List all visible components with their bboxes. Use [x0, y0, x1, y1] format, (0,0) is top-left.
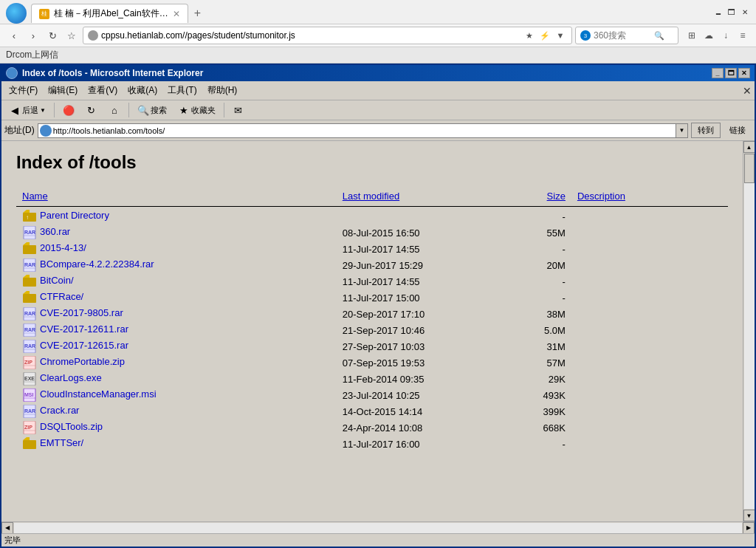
file-link[interactable]: Crack.rar: [40, 405, 79, 416]
ie-hscroll-left-button[interactable]: ◀: [1, 522, 13, 534]
table-row: RARCVE-2017-9805.rar20-Sep-2017 17:1038M: [16, 306, 728, 322]
svg-text:MSI: MSI: [24, 392, 34, 397]
file-desc-cell: [571, 257, 728, 273]
ie-close-button[interactable]: ✕: [738, 68, 750, 78]
col-desc-header[interactable]: Description: [571, 188, 728, 205]
col-modified-header[interactable]: Last modified: [337, 188, 515, 205]
ie-home-button[interactable]: ⌂: [104, 102, 125, 118]
ie-scroll-up-button[interactable]: ▲: [743, 141, 755, 153]
ie-refresh-button[interactable]: ↻: [81, 102, 102, 118]
file-size-cell: -: [515, 241, 571, 257]
ie-menu-file[interactable]: 文件(F): [4, 83, 42, 98]
ie-address-label: 地址(D): [4, 124, 35, 137]
svg-rect-39: [23, 440, 36, 449]
maximize-button[interactable]: 🗖: [726, 7, 737, 17]
file-link[interactable]: DSQLTools.zip: [40, 421, 103, 432]
shield-icon[interactable]: ⚡: [538, 29, 551, 42]
file-link[interactable]: BitCoin/: [40, 275, 74, 286]
ie-favorites-button[interactable]: ★ 收藏夹: [173, 102, 220, 118]
svg-text:RAR: RAR: [24, 311, 35, 316]
back-button[interactable]: ‹: [6, 27, 22, 44]
file-link[interactable]: CVE-2017-9805.rar: [40, 307, 123, 318]
svg-rect-6: [23, 245, 36, 254]
file-link[interactable]: 2015-4-13/: [40, 242, 86, 253]
file-name-cell: EXEClearLogs.exe: [16, 371, 337, 387]
ie-search-button[interactable]: 🔍 搜索: [133, 102, 171, 118]
file-desc-cell: [571, 208, 728, 225]
ie-globe-icon: [40, 125, 52, 137]
file-link[interactable]: CTFRace/: [40, 291, 83, 302]
bookmark-star-icon[interactable]: ★: [523, 29, 536, 42]
ie-mail-button[interactable]: ✉: [228, 102, 249, 118]
download-icon[interactable]: ↓: [718, 28, 733, 43]
ie-address-input[interactable]: [53, 126, 676, 135]
minimize-button[interactable]: 🗕: [713, 7, 724, 17]
file-link[interactable]: 360.rar: [40, 226, 70, 237]
svg-marker-14: [23, 291, 30, 294]
ie-scroll-down-button[interactable]: ▼: [743, 510, 755, 521]
ie-menu-view[interactable]: 查看(V): [83, 83, 122, 98]
file-link[interactable]: ClearLogs.exe: [40, 372, 102, 383]
ie-vertical-scrollbar[interactable]: ▲ ▼: [743, 141, 755, 521]
search-input[interactable]: [594, 30, 653, 41]
table-row: ↑Parent Directory-: [16, 208, 728, 225]
file-desc-cell: [571, 338, 728, 355]
ie-back-label: 后退: [22, 105, 38, 116]
file-icon: RAR: [22, 226, 37, 239]
file-name-cell: RARCVE-2017-12615.rar: [16, 338, 337, 355]
file-link[interactable]: CloudInstanceManager.msi: [40, 388, 157, 400]
file-size-cell: 20M: [515, 257, 571, 273]
file-icon: RAR: [22, 340, 37, 353]
ie-address-input-wrap[interactable]: ▼: [38, 123, 688, 138]
menu-icon[interactable]: ≡: [735, 28, 750, 43]
file-link[interactable]: CVE-2017-12611.rar: [40, 323, 128, 335]
ie-close-x-button[interactable]: ✕: [743, 85, 752, 97]
file-link[interactable]: BCompare-4.2.2.22384.rar: [40, 258, 154, 270]
file-desc-cell: [571, 306, 728, 322]
ie-address-dropdown[interactable]: ▼: [676, 124, 687, 137]
table-row: ZIPChromePortable.zip07-Sep-2015 19:5357…: [16, 355, 728, 371]
svg-marker-1: [23, 210, 30, 213]
ie-minimize-button[interactable]: _: [712, 68, 724, 78]
ie-menu-help[interactable]: 帮助(H): [203, 83, 242, 98]
file-link[interactable]: Parent Directory: [40, 210, 109, 221]
apps-icon[interactable]: ⊞: [684, 28, 699, 43]
search-button[interactable]: 🔍: [653, 29, 666, 42]
address-input[interactable]: [101, 30, 520, 41]
close-button[interactable]: ✕: [740, 7, 750, 17]
bookmark-button[interactable]: ☆: [63, 27, 80, 44]
ie-status-text: 完毕: [4, 535, 21, 546]
search-bar[interactable]: 3 🔍: [575, 27, 678, 44]
file-link[interactable]: CVE-2017-12615.rar: [40, 340, 128, 351]
refresh-button[interactable]: ↻: [44, 27, 61, 44]
col-name-header[interactable]: Name: [16, 188, 337, 205]
ie-menu-favorites[interactable]: 收藏(A): [123, 83, 162, 98]
file-link[interactable]: EMTTSer/: [40, 437, 83, 448]
ie-hscroll-right-button[interactable]: ▶: [743, 522, 755, 534]
forward-button[interactable]: ›: [25, 27, 41, 44]
ie-stop-button[interactable]: 🔴: [58, 102, 79, 118]
ie-menu-tools[interactable]: 工具(T): [163, 83, 201, 98]
active-tab[interactable]: 桂 桂 楠－利用Abel_Cain软件… ✕: [31, 4, 188, 23]
file-link[interactable]: ChromePortable.zip: [40, 356, 125, 367]
table-row: RARCrack.rar14-Oct-2015 14:14399K: [16, 403, 728, 419]
address-bar[interactable]: ★ ⚡ ▼: [83, 27, 572, 44]
file-size-cell: 5.0M: [515, 322, 571, 338]
tab-close-button[interactable]: ✕: [173, 9, 180, 19]
new-tab-button[interactable]: +: [188, 4, 207, 23]
ie-restore-button[interactable]: 🗖: [725, 68, 737, 78]
file-size-cell: -: [515, 208, 571, 225]
cloud-icon[interactable]: ☁: [701, 28, 716, 43]
ie-back-button[interactable]: ◀ 后退 ▼: [4, 102, 50, 118]
ie-links-button[interactable]: 链接: [724, 123, 752, 137]
ie-scroll-thumb[interactable]: [744, 154, 755, 183]
col-size-header[interactable]: Size: [515, 188, 571, 205]
file-modified-cell: [337, 208, 515, 225]
nav-bar: ‹ › ↻ ☆ ★ ⚡ ▼ 3 🔍 ⊞ ☁ ↓ ≡: [0, 24, 756, 47]
dropdown-icon[interactable]: ▼: [554, 29, 567, 42]
file-name-cell: BitCoin/: [16, 273, 337, 290]
ie-horizontal-scrollbar[interactable]: ◀ ▶: [1, 521, 755, 533]
ie-toolbar-sep-1: [54, 103, 55, 117]
ie-go-button[interactable]: 转到: [691, 123, 721, 138]
ie-menu-edit[interactable]: 编辑(E): [44, 83, 82, 98]
